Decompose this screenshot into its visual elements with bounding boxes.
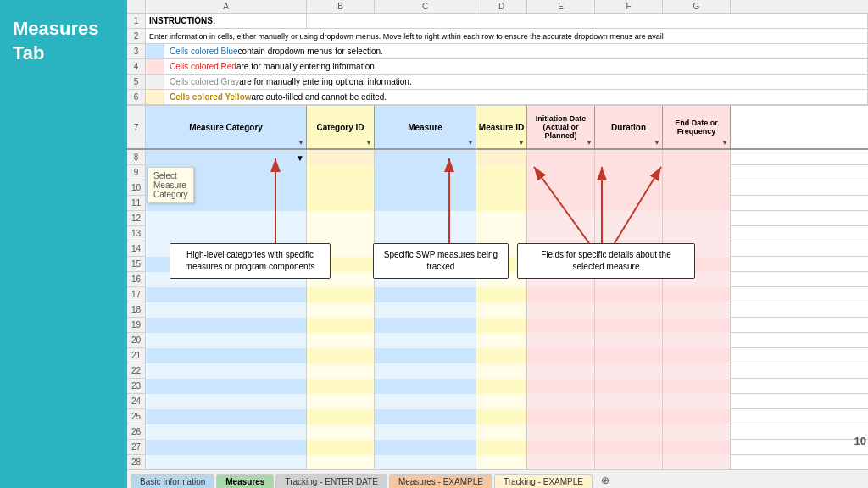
row8-col-g[interactable] [663, 150, 731, 165]
row11-col-e[interactable] [527, 196, 595, 211]
row9-col-g[interactable] [663, 165, 731, 180]
row17-col-a[interactable] [146, 287, 307, 302]
row16-col-e[interactable] [527, 272, 595, 287]
row17-col-e[interactable] [527, 287, 595, 302]
row27-col-c[interactable] [375, 440, 476, 455]
row17-col-c[interactable] [375, 287, 476, 302]
row25-col-a[interactable] [146, 409, 307, 424]
row19-col-g[interactable] [663, 318, 731, 333]
row10-col-g[interactable] [663, 180, 731, 196]
tab-measures-example[interactable]: Measures - EXAMPLE [389, 474, 492, 488]
row28-col-f[interactable] [595, 455, 663, 469]
tab-tracking-example[interactable]: Tracking - EXAMPLE [494, 474, 593, 488]
row13-col-g[interactable] [663, 226, 731, 241]
row21-col-g[interactable] [663, 348, 731, 363]
row14-col-a[interactable] [146, 241, 307, 257]
row8-col-e[interactable] [527, 150, 595, 165]
row22-col-a[interactable] [146, 363, 307, 379]
row13-col-a[interactable] [146, 226, 307, 241]
row20-col-c[interactable] [375, 333, 476, 348]
col-b-dropdown[interactable]: ▼ [365, 139, 372, 147]
row14-col-e[interactable] [527, 241, 595, 257]
row15-col-g[interactable] [663, 257, 731, 272]
row27-col-g[interactable] [663, 440, 731, 455]
row20-col-f[interactable] [595, 333, 663, 348]
row22-col-f[interactable] [595, 363, 663, 379]
row27-col-e[interactable] [527, 440, 595, 455]
row12-col-f[interactable] [595, 211, 663, 226]
row19-col-f[interactable] [595, 318, 663, 333]
row21-col-a[interactable] [146, 348, 307, 363]
row18-col-c[interactable] [375, 302, 476, 318]
row17-col-f[interactable] [595, 287, 663, 302]
row16-col-f[interactable] [595, 272, 663, 287]
row10-col-c[interactable] [375, 180, 476, 196]
row23-col-c[interactable] [375, 379, 476, 394]
row10-col-e[interactable] [527, 180, 595, 196]
row24-col-f[interactable] [595, 394, 663, 409]
row22-col-e[interactable] [527, 363, 595, 379]
row14-col-c[interactable] [375, 241, 476, 257]
tab-basic-information[interactable]: Basic Information [131, 474, 214, 488]
row25-col-c[interactable] [375, 409, 476, 424]
tab-measures[interactable]: Measures [216, 474, 274, 488]
row28-col-e[interactable] [527, 455, 595, 469]
row14-col-f[interactable] [595, 241, 663, 257]
row9-col-f[interactable] [595, 165, 663, 180]
row17-col-g[interactable] [663, 287, 731, 302]
row26-col-c[interactable] [375, 424, 476, 440]
row11-col-g[interactable] [663, 196, 731, 211]
row18-col-a[interactable] [146, 302, 307, 318]
row28-col-c[interactable] [375, 455, 476, 469]
row22-col-g[interactable] [663, 363, 731, 379]
row14-col-g[interactable] [663, 241, 731, 257]
row24-col-e[interactable] [527, 394, 595, 409]
row15-col-c[interactable] [375, 257, 476, 272]
col-g-dropdown[interactable]: ▼ [721, 139, 728, 147]
row13-col-e[interactable] [527, 226, 595, 241]
row25-col-e[interactable] [527, 409, 595, 424]
row26-col-a[interactable] [146, 424, 307, 440]
row28-col-g[interactable] [663, 455, 731, 469]
row12-col-g[interactable] [663, 211, 731, 226]
row16-col-g[interactable] [663, 272, 731, 287]
row15-col-f[interactable] [595, 257, 663, 272]
row13-col-c[interactable] [375, 226, 476, 241]
col-e-dropdown[interactable]: ▼ [586, 139, 593, 147]
row8-col-a[interactable]: ▼ [146, 150, 307, 165]
col-f-dropdown[interactable]: ▼ [654, 139, 660, 147]
row24-col-c[interactable] [375, 394, 476, 409]
add-tab-button[interactable]: ⊕ [594, 473, 616, 488]
row26-col-e[interactable] [527, 424, 595, 440]
row8-col-c[interactable] [375, 150, 476, 165]
row21-col-c[interactable] [375, 348, 476, 363]
row20-col-a[interactable] [146, 333, 307, 348]
row27-col-f[interactable] [595, 440, 663, 455]
row16-col-c[interactable] [375, 272, 476, 287]
row12-col-e[interactable] [527, 211, 595, 226]
row25-col-g[interactable] [663, 409, 731, 424]
tab-tracking-enter-date[interactable]: Tracking - ENTER DATE [275, 474, 387, 488]
row12-col-c[interactable] [375, 211, 476, 226]
row19-col-a[interactable] [146, 318, 307, 333]
row18-col-e[interactable] [527, 302, 595, 318]
row11-col-a[interactable] [146, 196, 307, 211]
row18-col-g[interactable] [663, 302, 731, 318]
row18-col-f[interactable] [595, 302, 663, 318]
row23-col-f[interactable] [595, 379, 663, 394]
row24-col-g[interactable] [663, 394, 731, 409]
row21-col-e[interactable] [527, 348, 595, 363]
row27-col-a[interactable] [146, 440, 307, 455]
row10-col-f[interactable] [595, 180, 663, 196]
row8-col-f[interactable] [595, 150, 663, 165]
row21-col-f[interactable] [595, 348, 663, 363]
row9-col-a[interactable] [146, 165, 307, 180]
row22-col-c[interactable] [375, 363, 476, 379]
row12-col-a[interactable] [146, 211, 307, 226]
row28-col-a[interactable] [146, 455, 307, 469]
col-c-dropdown[interactable]: ▼ [467, 139, 474, 147]
row24-col-a[interactable] [146, 394, 307, 409]
row23-col-a[interactable] [146, 379, 307, 394]
row19-col-c[interactable] [375, 318, 476, 333]
row19-col-e[interactable] [527, 318, 595, 333]
